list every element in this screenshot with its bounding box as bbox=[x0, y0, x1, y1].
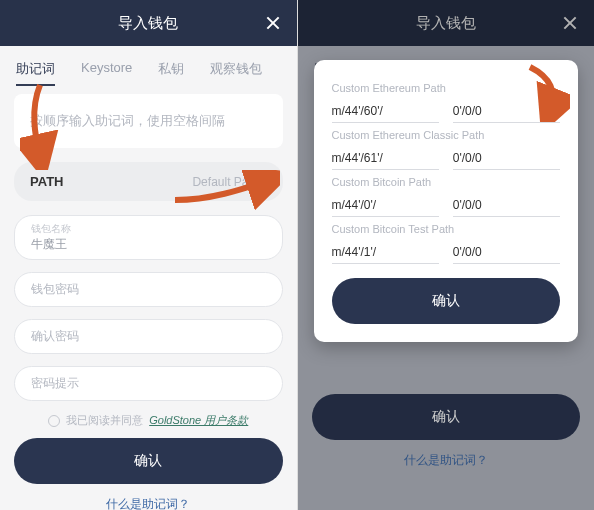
password-hint-field[interactable]: 密码提示 bbox=[14, 366, 283, 401]
tabs: 助记词 Keystore 私钥 观察钱包 bbox=[0, 46, 297, 94]
close-icon[interactable] bbox=[562, 15, 578, 31]
path-prefix-input[interactable]: m/44'/0'/ bbox=[332, 194, 439, 217]
path-suffix-input[interactable]: 0'/0/0 bbox=[453, 194, 560, 217]
close-icon[interactable] bbox=[265, 15, 281, 31]
path-suffix-input[interactable]: 0'/0/0 bbox=[453, 100, 560, 123]
tab-watch[interactable]: 观察钱包 bbox=[210, 60, 262, 86]
header-title: 导入钱包 bbox=[416, 14, 476, 33]
path-label: PATH bbox=[30, 174, 63, 189]
tab-privatekey[interactable]: 私钥 bbox=[158, 60, 184, 86]
help-link: 什么是助记词？ bbox=[312, 452, 581, 469]
header: 导入钱包 bbox=[298, 0, 595, 46]
path-modal: Custom Ethereum Path m/44'/60'/ 0'/0/0 C… bbox=[314, 60, 579, 342]
terms-link[interactable]: GoldStone 用户条款 bbox=[149, 413, 248, 428]
path-section-label: Custom Ethereum Path bbox=[332, 82, 561, 94]
mnemonic-placeholder: 按顺序输入助记词，使用空格间隔 bbox=[30, 113, 225, 128]
path-prefix-input[interactable]: m/44'/1'/ bbox=[332, 241, 439, 264]
tab-mnemonic[interactable]: 助记词 bbox=[16, 60, 55, 86]
path-prefix-input[interactable]: m/44'/61'/ bbox=[332, 147, 439, 170]
confirm-button[interactable]: 确认 bbox=[14, 438, 283, 484]
chevron-right-icon: › bbox=[263, 175, 267, 189]
mnemonic-input[interactable]: 按顺序输入助记词，使用空格间隔 bbox=[14, 94, 283, 148]
path-section-label: Custom Bitcoin Path bbox=[332, 176, 561, 188]
confirm-button-back: 确认 bbox=[312, 394, 581, 440]
path-value: Default Path bbox=[192, 175, 258, 189]
wallet-password-field[interactable]: 钱包密码 bbox=[14, 272, 283, 307]
wallet-name-field[interactable]: 钱包名称 牛魔王 bbox=[14, 215, 283, 260]
path-section-label: Custom Ethereum Classic Path bbox=[332, 129, 561, 141]
path-section-label: Custom Bitcoin Test Path bbox=[332, 223, 561, 235]
modal-confirm-button[interactable]: 确认 bbox=[332, 278, 561, 324]
wallet-name-value: 牛魔王 bbox=[31, 236, 266, 253]
header-title: 导入钱包 bbox=[118, 14, 178, 33]
wallet-name-label: 钱包名称 bbox=[31, 222, 266, 236]
path-prefix-input[interactable]: m/44'/60'/ bbox=[332, 100, 439, 123]
terms-text: 我已阅读并同意 bbox=[66, 413, 143, 428]
header: 导入钱包 bbox=[0, 0, 297, 46]
tab-keystore[interactable]: Keystore bbox=[81, 60, 132, 86]
path-suffix-input[interactable]: 0'/0/0 bbox=[453, 241, 560, 264]
path-suffix-input[interactable]: 0'/0/0 bbox=[453, 147, 560, 170]
terms-checkbox[interactable] bbox=[48, 415, 60, 427]
path-selector[interactable]: PATH Default Path › bbox=[14, 162, 283, 201]
confirm-password-field[interactable]: 确认密码 bbox=[14, 319, 283, 354]
terms-row: 我已阅读并同意 GoldStone 用户条款 bbox=[14, 413, 283, 428]
help-link[interactable]: 什么是助记词？ bbox=[14, 496, 283, 510]
